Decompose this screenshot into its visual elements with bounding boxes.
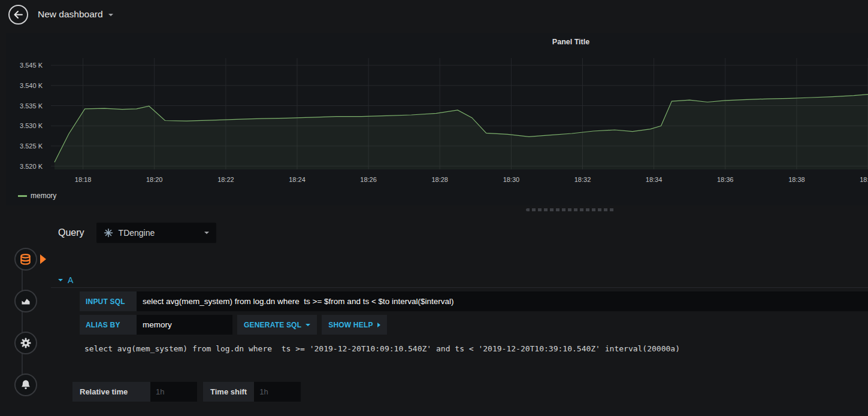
svg-text:18:38: 18:38 [788, 176, 805, 183]
svg-text:18:22: 18:22 [217, 176, 234, 183]
generate-sql-label: GENERATE SQL [244, 321, 301, 329]
graph-panel: Panel Title 3.520 K3.525 K3.530 K3.535 K… [6, 33, 868, 205]
panel-title[interactable]: Panel Title [552, 38, 589, 46]
generate-sql-button[interactable]: GENERATE SQL [237, 315, 317, 335]
database-icon [19, 253, 32, 266]
query-header: Query TDengine [51, 218, 868, 247]
time-shift-label: Time shift [203, 382, 254, 402]
svg-text:3.545 K: 3.545 K [20, 62, 43, 69]
svg-text:18:28: 18:28 [431, 176, 448, 183]
chevron-down-icon [108, 14, 113, 16]
query-section-title: Query [58, 227, 84, 238]
svg-text:18:20: 18:20 [146, 176, 163, 183]
panel-header: Panel Title [6, 36, 868, 50]
input-sql-row: INPUT SQL [80, 291, 868, 311]
bell-icon [20, 379, 32, 391]
svg-text:3.520 K: 3.520 K [20, 163, 43, 170]
query-ref-letter: A [68, 275, 73, 285]
tab-queries[interactable] [14, 248, 37, 271]
chevron-down-icon [306, 324, 310, 326]
editor-tabs [0, 218, 51, 413]
tab-alert[interactable] [14, 374, 37, 396]
time-shift-field[interactable] [254, 382, 301, 402]
collapse-caret-icon [58, 279, 63, 281]
svg-text:3.540 K: 3.540 K [20, 82, 43, 89]
panel-editor: Query TDengine A [0, 218, 868, 413]
svg-text:18:30: 18:30 [503, 176, 520, 183]
gear-icon [20, 337, 32, 349]
time-options-row: Relative time Time shift [72, 382, 868, 402]
tab-general[interactable] [14, 332, 37, 354]
panel-editor-split [0, 205, 868, 212]
svg-text:18:36: 18:36 [717, 176, 734, 183]
svg-text:18:34: 18:34 [646, 176, 663, 183]
relative-time-field[interactable] [150, 382, 197, 402]
input-sql-label: INPUT SQL [80, 291, 137, 311]
chevron-down-icon [204, 232, 209, 234]
tab-visualization[interactable] [14, 290, 37, 312]
svg-text:18:40: 18:40 [860, 176, 868, 183]
tabs-connector-line [22, 259, 23, 384]
svg-text:3.525 K: 3.525 K [20, 142, 43, 150]
dashboard-title: New dashboard [38, 9, 103, 20]
datasource-name: TDengine [119, 228, 155, 238]
dashboard-title-menu[interactable]: New dashboard [38, 9, 113, 20]
alias-by-label: ALIAS BY [80, 315, 137, 335]
chart-legend: memory [6, 191, 868, 205]
legend-color-line [18, 195, 27, 197]
generated-sql-text: select avg(mem_system) from log.dn where… [80, 344, 868, 353]
svg-text:3.535 K: 3.535 K [20, 102, 43, 110]
chart-icon [20, 296, 31, 306]
query-editor: Query TDengine A [51, 218, 868, 413]
tdengine-logo-icon [104, 228, 113, 238]
svg-text:18:24: 18:24 [289, 176, 306, 183]
legend-item-memory[interactable]: memory [31, 192, 56, 200]
input-sql-field[interactable] [137, 291, 868, 311]
chevron-right-icon [377, 323, 380, 327]
alias-by-field[interactable] [137, 315, 232, 335]
show-help-button[interactable]: SHOW HELP [322, 315, 386, 335]
svg-text:18:32: 18:32 [574, 176, 591, 183]
query-form: INPUT SQL ALIAS BY GENERATE SQL SHOW HEL… [51, 291, 868, 353]
panel-resize-handle[interactable] [526, 208, 616, 211]
back-button[interactable] [8, 5, 28, 25]
show-help-label: SHOW HELP [328, 321, 373, 329]
svg-text:3.530 K: 3.530 K [20, 122, 43, 129]
svg-text:18:26: 18:26 [360, 176, 377, 183]
query-ref-header[interactable]: A [51, 272, 868, 288]
alias-by-row: ALIAS BY GENERATE SQL SHOW HELP [80, 315, 868, 335]
active-tab-pointer-icon [40, 254, 46, 264]
top-navbar: New dashboard [0, 0, 868, 29]
relative-time-label: Relative time [72, 382, 150, 402]
time-series-chart[interactable]: 3.520 K3.525 K3.530 K3.535 K3.540 K3.545… [6, 50, 868, 191]
back-arrow-icon [13, 10, 23, 19]
svg-text:18:18: 18:18 [75, 176, 92, 183]
datasource-picker[interactable]: TDengine [96, 223, 216, 243]
